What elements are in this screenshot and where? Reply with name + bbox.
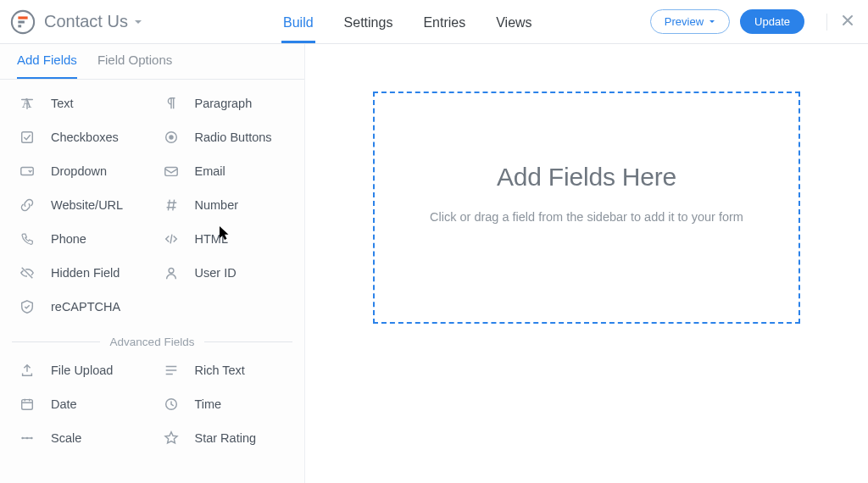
field-option-phone[interactable]: Phone [8,222,153,256]
app-header: Contact Us Build Settings Entries Views … [0,0,868,44]
field-option-paragraph[interactable]: Paragraph [153,86,297,120]
chevron-down-icon [133,12,143,31]
field-option-label: Time [195,397,222,411]
svg-rect-13 [18,16,27,19]
brand-block: Contact Us [10,9,180,35]
dropdown-icon [19,163,36,180]
field-option-radio-buttons[interactable]: Radio Buttons [153,120,297,154]
field-option-label: Text [51,97,74,110]
text-icon [19,95,36,112]
checkbox-icon [19,129,36,146]
preview-button[interactable]: Preview [650,9,730,34]
clock-icon [163,396,180,413]
field-option-star-rating[interactable]: Star Rating [153,421,297,455]
field-option-label: Website/URL [51,198,123,212]
tab-build[interactable]: Build [281,3,315,43]
tab-entries[interactable]: Entries [421,3,467,43]
advanced-fields-divider: Advanced Fields [12,336,292,348]
field-option-recaptcha[interactable]: reCAPTCHA [8,290,153,324]
svg-rect-15 [18,25,21,27]
form-canvas: Add Fields Here Click or drag a field fr… [305,44,868,483]
main-tabs: Build Settings Entries Views [281,0,650,43]
field-option-hidden-field[interactable]: Hidden Field [8,256,153,290]
field-option-label: Checkboxes [51,130,119,144]
advanced-fields-label: Advanced Fields [110,336,195,348]
field-option-label: Paragraph [195,97,253,110]
scale-icon [19,430,36,447]
field-option-website-url[interactable]: Website/URL [8,188,153,222]
sidebar-tab-field-options[interactable]: Field Options [97,53,172,79]
dropzone-hint: Click or drag a field from the sidebar t… [430,210,743,224]
user-icon [163,264,180,281]
sidebar: Add Fields Field Options TextParagraphCh… [0,44,305,483]
field-option-html[interactable]: HTML [153,222,297,256]
field-option-label: Scale [51,431,81,445]
link-icon [19,197,36,214]
sidebar-tabs: Add Fields Field Options [0,44,304,80]
close-icon[interactable] [841,14,854,31]
field-option-label: User ID [195,266,236,280]
radio-icon [163,129,180,146]
update-button[interactable]: Update [740,9,804,34]
hidden-icon [19,264,36,281]
field-option-time[interactable]: Time [153,387,297,421]
field-option-label: HTML [195,232,228,246]
preview-label: Preview [665,15,704,28]
field-option-label: Email [195,164,225,178]
tab-settings[interactable]: Settings [342,3,395,43]
field-option-email[interactable]: Email [153,154,297,188]
code-icon [163,230,180,247]
dropzone-heading: Add Fields Here [497,163,676,192]
field-option-label: Star Rating [195,431,257,445]
field-option-label: Phone [51,232,86,246]
tab-views[interactable]: Views [494,3,533,43]
field-option-text[interactable]: Text [8,86,153,120]
email-icon [163,163,180,180]
field-option-label: Dropdown [51,164,107,178]
calendar-icon [19,396,36,413]
field-option-label: Number [195,198,239,212]
field-option-label: File Upload [51,364,113,377]
form-name-label: Contact Us [44,12,128,31]
caret-down-icon [709,15,715,28]
field-option-number[interactable]: Number [153,188,297,222]
field-option-label: Date [51,397,77,411]
sidebar-tab-add-fields[interactable]: Add Fields [17,53,77,79]
field-option-label: Rich Text [195,364,245,377]
shield-icon [19,298,36,315]
phone-icon [19,230,36,247]
header-actions: Preview Update [650,9,854,34]
field-option-label: Hidden Field [51,266,120,280]
field-option-dropdown[interactable]: Dropdown [8,154,153,188]
field-option-file-upload[interactable]: File Upload [8,353,153,387]
field-option-scale[interactable]: Scale [8,421,153,455]
star-icon [163,430,180,447]
field-option-checkboxes[interactable]: Checkboxes [8,120,153,154]
richtext-icon [163,362,180,379]
field-option-date[interactable]: Date [8,387,153,421]
upload-icon [19,362,36,379]
app-logo-icon [10,9,36,35]
field-option-user-id[interactable]: User ID [153,256,297,290]
form-dropzone[interactable]: Add Fields Here Click or drag a field fr… [373,92,800,324]
field-option-label: Radio Buttons [195,130,272,144]
paragraph-icon [163,95,180,112]
field-option-label: reCAPTCHA [51,300,120,314]
field-option-rich-text[interactable]: Rich Text [153,353,297,387]
hash-icon [163,197,180,214]
form-name-dropdown[interactable]: Contact Us [44,12,143,31]
svg-rect-14 [18,20,25,23]
